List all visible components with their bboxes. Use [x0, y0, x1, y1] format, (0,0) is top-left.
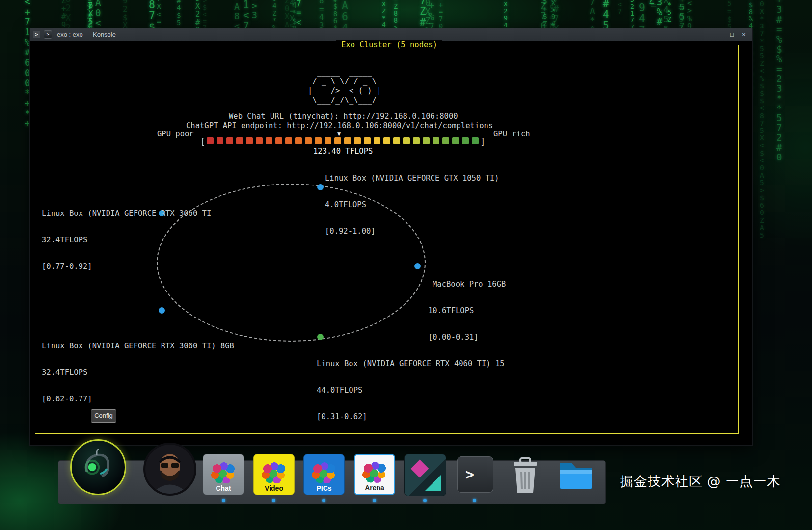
minimize-button[interactable]: –: [716, 30, 725, 39]
window-titlebar[interactable]: > > exo : exo — Konsole – □ ×: [30, 28, 752, 41]
konsole-app-icon: >: [44, 30, 52, 39]
bar-position-marker: ▼: [337, 131, 341, 137]
file-manager-icon[interactable]: [556, 455, 595, 494]
gpu-poor-label: GPU poor: [157, 130, 194, 138]
pics-app-label: PICs: [316, 484, 331, 492]
video-app-label: Video: [265, 484, 283, 492]
brain-icon: [260, 462, 288, 483]
trash-icon[interactable]: [507, 455, 544, 495]
video-app-icon[interactable]: Video: [253, 454, 295, 495]
chat-app-label: Chat: [216, 484, 231, 492]
terminal-view[interactable]: Exo Cluster (5 nodes) _____ _____ / _ \ …: [30, 41, 752, 445]
running-indicator-dot: [423, 499, 427, 502]
bar-open-bracket: [: [200, 138, 205, 146]
node-label-rtx3060ti: Linux Box (NVIDIA GEFORCE RTX 3060 TI 32…: [42, 191, 211, 289]
window-title: exo : exo — Konsole: [57, 31, 116, 38]
robot-avatar-icon[interactable]: [70, 439, 126, 495]
total-tflops: 123.40 TFLOPS: [313, 147, 373, 156]
node-dot-rtx3060ti-8gb: [159, 307, 165, 314]
node-label-rtx3060ti-8gb: Linux Box (NVIDIA GEFORCE RTX 3060 TI) 8…: [42, 324, 234, 421]
bar-close-bracket: ]: [480, 138, 485, 146]
running-indicator-dot: [322, 499, 325, 502]
node-label-rtx4060ti: Linux Box (NVIDIA GEFORCE RTX 4060 TI) 1…: [317, 342, 505, 439]
brain-icon: [210, 462, 237, 483]
node-dot-gtx1050ti: [317, 184, 324, 190]
brain-icon: [310, 462, 338, 483]
gpu-rich-label: GPU rich: [493, 130, 530, 138]
window-menu-icon[interactable]: >: [33, 31, 40, 38]
watermark-text: 掘金技术社区 @ 一点一木: [620, 473, 781, 490]
pics-app-icon[interactable]: PICs: [303, 454, 345, 495]
screenshot-app-icon[interactable]: [404, 454, 446, 496]
exo-ascii-logo: _____ _____ / _ \ \/ / _ \ | __/> < (_) …: [308, 68, 381, 105]
config-button[interactable]: Config: [91, 409, 116, 423]
running-indicator-dot: [272, 499, 275, 502]
running-indicator-dot: [222, 499, 225, 502]
chat-app-icon[interactable]: Chat: [203, 454, 244, 495]
cluster-panel-title: Exo Cluster (5 nodes): [336, 40, 442, 49]
person-avatar-icon[interactable]: [143, 443, 196, 496]
arena-app-icon[interactable]: Arena: [354, 454, 395, 495]
api-endpoint: ChatGPT API endpoint: http://192.168.0.1…: [186, 121, 493, 130]
running-indicator-dot: [473, 499, 476, 502]
node-dot-rtx4060ti: [317, 334, 324, 340]
node-label-gtx1050ti: Linux Box (NVIDIA GEFORCE GTX 1050 TI) 4…: [325, 156, 499, 253]
gpu-tflops-bar: [ ]: [200, 138, 486, 146]
close-button[interactable]: ×: [739, 30, 748, 39]
maximize-button[interactable]: □: [728, 30, 736, 39]
node-dot-macbook: [414, 263, 421, 269]
arena-app-label: Arena: [365, 484, 384, 492]
web-chat-url: Web Chat URL (tinychat): http://192.168.…: [229, 112, 458, 121]
gpu-bar-cells: [205, 137, 480, 146]
konsole-dock-icon[interactable]: >: [457, 456, 493, 493]
brain-icon: [361, 461, 388, 483]
running-indicator-dot: [373, 499, 376, 502]
konsole-window: > > exo : exo — Konsole – □ × Exo Cluste…: [29, 28, 753, 446]
